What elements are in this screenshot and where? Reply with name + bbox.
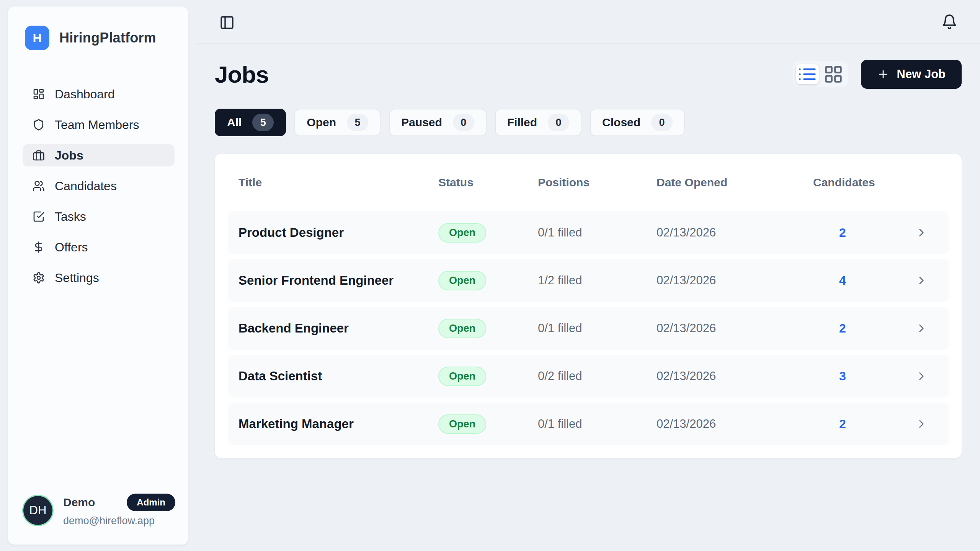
candidates-count[interactable]: 3 [808, 369, 915, 383]
filter-tab-label: Paused [401, 116, 442, 129]
users-icon [33, 180, 45, 192]
column-header-date: Date Opened [657, 176, 808, 189]
panel-left-icon [219, 15, 235, 30]
sidebar-item-label: Team Members [55, 118, 139, 132]
sidebar: H HiringPlatform DashboardTeam MembersJo… [8, 6, 189, 545]
new-job-button[interactable]: New Job [861, 60, 962, 89]
table-header: Title Status Positions Date Opened Candi… [228, 169, 949, 211]
status-badge: Open [438, 414, 486, 434]
grid-view-button[interactable] [822, 64, 845, 84]
job-row[interactable]: Backend EngineerOpen0/1 filled02/13/2026… [228, 307, 949, 350]
task-check-icon [33, 210, 45, 223]
sidebar-nav: DashboardTeam MembersJobsCandidatesTasks… [8, 50, 188, 289]
candidates-count[interactable]: 2 [808, 226, 915, 240]
jobs-table: Title Status Positions Date Opened Candi… [215, 154, 962, 458]
filter-tab-paused[interactable]: Paused0 [389, 109, 487, 136]
sidebar-item-label: Tasks [55, 210, 86, 224]
job-row[interactable]: Product DesignerOpen0/1 filled02/13/2026… [228, 211, 949, 254]
candidates-count[interactable]: 2 [808, 417, 915, 431]
brand-initial: H [33, 31, 41, 45]
role-badge: Admin [127, 494, 175, 511]
new-job-label: New Job [897, 67, 946, 81]
sidebar-item-candidates[interactable]: Candidates [23, 175, 175, 197]
user-info: Demo Admin demo@hireflow.app [63, 494, 175, 527]
sidebar-item-label: Candidates [55, 179, 117, 193]
filter-tab-count: 5 [347, 114, 368, 131]
app-root: { "brand": { "initial": "H", "name": "Hi… [0, 0, 980, 551]
job-title: Data Scientist [238, 369, 438, 383]
column-header-candidates: Candidates [808, 176, 915, 189]
sidebar-item-jobs[interactable]: Jobs [23, 144, 175, 166]
task-check-icon [33, 210, 45, 223]
job-row[interactable]: Senior Frontend EngineerOpen1/2 filled02… [228, 259, 949, 302]
filter-tab-label: Filled [507, 116, 537, 129]
dashboard-icon [33, 88, 45, 100]
date-opened-cell: 02/13/2026 [657, 369, 808, 383]
job-title: Product Designer [238, 225, 438, 240]
row-chevron-button[interactable] [915, 417, 928, 430]
chevron-right-icon [915, 226, 928, 239]
status-badge: Open [438, 271, 486, 290]
table-body: Product DesignerOpen0/1 filled02/13/2026… [228, 211, 949, 445]
sidebar-item-offers[interactable]: Offers [23, 236, 175, 258]
job-row[interactable]: Data ScientistOpen0/2 filled02/13/20263 [228, 355, 949, 398]
sidebar-toggle-button[interactable] [219, 15, 235, 30]
date-opened-cell: 02/13/2026 [657, 321, 808, 335]
chevron-right-icon [915, 370, 928, 383]
sidebar-item-label: Offers [55, 240, 88, 254]
filter-tab-closed[interactable]: Closed0 [590, 109, 685, 136]
job-row[interactable]: Marketing ManagerOpen0/1 filled02/13/202… [228, 403, 949, 445]
filter-tab-all[interactable]: All5 [215, 109, 286, 136]
sidebar-item-team-members[interactable]: Team Members [23, 114, 175, 136]
positions-cell: 0/2 filled [538, 369, 657, 383]
gear-icon [33, 272, 45, 284]
list-view-button[interactable] [796, 64, 819, 84]
brand-logo: H [25, 26, 49, 50]
plus-icon [877, 68, 889, 80]
header-actions: New Job [793, 60, 962, 89]
positions-cell: 0/1 filled [538, 226, 657, 240]
user-card[interactable]: DH Demo Admin demo@hireflow.app [8, 482, 188, 544]
filter-tab-open[interactable]: Open5 [294, 109, 381, 136]
positions-cell: 0/1 filled [538, 321, 657, 335]
job-title: Senior Frontend Engineer [238, 273, 438, 288]
plus-icon [877, 68, 889, 80]
filter-tab-count: 0 [548, 114, 569, 131]
filter-tab-filled[interactable]: Filled0 [495, 109, 581, 136]
row-chevron-button[interactable] [915, 274, 928, 287]
sidebar-item-tasks[interactable]: Tasks [23, 205, 175, 228]
briefcase-icon [33, 149, 45, 161]
filter-tab-label: All [227, 116, 242, 129]
page-header: Jobs New Job [215, 60, 962, 89]
status-badge: Open [438, 223, 486, 243]
sidebar-item-label: Jobs [55, 148, 83, 163]
topbar-divider [196, 43, 980, 44]
row-chevron-button[interactable] [915, 322, 928, 335]
column-header-status: Status [438, 176, 538, 189]
date-opened-cell: 02/13/2026 [657, 274, 808, 287]
row-chevron-button[interactable] [915, 226, 928, 239]
user-email: demo@hireflow.app [63, 515, 175, 527]
filter-tab-count: 0 [453, 114, 474, 131]
job-title: Backend Engineer [238, 321, 438, 336]
sidebar-item-dashboard[interactable]: Dashboard [23, 83, 175, 105]
dollar-icon [33, 241, 45, 253]
notifications-button[interactable] [941, 14, 957, 30]
date-opened-cell: 02/13/2026 [657, 417, 808, 431]
row-chevron-button[interactable] [915, 370, 928, 383]
users-icon [33, 180, 45, 192]
dollar-icon [33, 241, 45, 253]
dashboard-icon [33, 88, 45, 100]
positions-cell: 1/2 filled [538, 274, 657, 287]
gear-icon [33, 272, 45, 284]
date-opened-cell: 02/13/2026 [657, 226, 808, 240]
filter-tab-label: Open [307, 116, 336, 129]
briefcase-icon [33, 149, 45, 161]
shield-icon [33, 119, 45, 131]
candidates-count[interactable]: 2 [808, 321, 915, 336]
candidates-count[interactable]: 4 [808, 274, 915, 288]
view-toggle [793, 61, 848, 87]
job-title: Marketing Manager [238, 417, 438, 431]
sidebar-item-settings[interactable]: Settings [23, 267, 175, 289]
column-header-positions: Positions [538, 176, 657, 189]
